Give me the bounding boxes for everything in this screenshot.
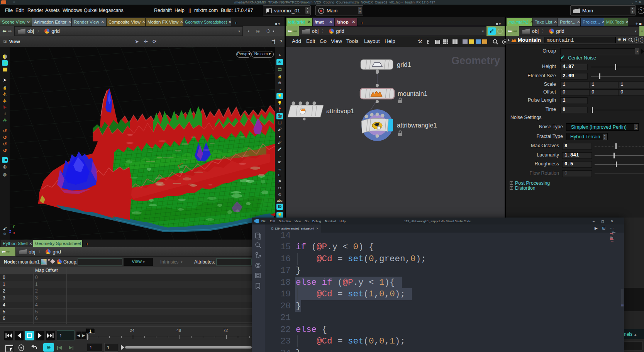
svg-text:attribwrangle1: attribwrangle1: [397, 122, 437, 129]
svg-text:mountain1: mountain1: [398, 90, 427, 97]
svg-text:grid1: grid1: [397, 61, 411, 68]
svg-text:Geometry: Geometry: [451, 55, 500, 66]
svg-text:attribvop1: attribvop1: [326, 107, 354, 114]
